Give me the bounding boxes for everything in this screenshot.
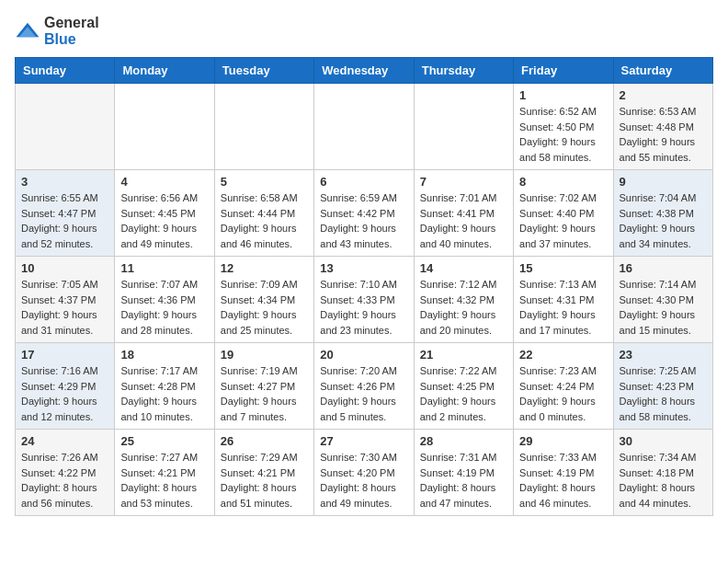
day-info: Sunrise: 7:25 AMSunset: 4:23 PMDaylight:…	[620, 363, 707, 424]
day-number: 7	[420, 175, 507, 189]
calendar-cell	[16, 84, 115, 170]
day-number: 5	[221, 175, 308, 189]
day-number: 28	[420, 434, 507, 448]
weekday-header-tuesday: Tuesday	[214, 58, 313, 84]
logo-icon	[15, 21, 40, 41]
calendar: SundayMondayTuesdayWednesdayThursdayFrid…	[15, 57, 713, 516]
calendar-cell: 8Sunrise: 7:02 AMSunset: 4:40 PMDaylight…	[514, 170, 613, 257]
weekday-header-friday: Friday	[514, 58, 613, 84]
calendar-cell: 5Sunrise: 6:58 AMSunset: 4:44 PMDaylight…	[214, 170, 313, 257]
calendar-cell: 15Sunrise: 7:13 AMSunset: 4:31 PMDayligh…	[514, 257, 613, 343]
day-info: Sunrise: 7:12 AMSunset: 4:32 PMDaylight:…	[420, 277, 507, 338]
weekday-header-thursday: Thursday	[414, 58, 513, 84]
day-info: Sunrise: 7:20 AMSunset: 4:26 PMDaylight:…	[320, 363, 407, 424]
calendar-cell	[314, 84, 414, 170]
calendar-cell: 14Sunrise: 7:12 AMSunset: 4:32 PMDayligh…	[414, 257, 513, 343]
day-number: 25	[120, 434, 208, 448]
calendar-cell: 6Sunrise: 6:59 AMSunset: 4:42 PMDaylight…	[314, 170, 414, 257]
calendar-header-row: SundayMondayTuesdayWednesdayThursdayFrid…	[16, 58, 713, 84]
calendar-cell: 13Sunrise: 7:10 AMSunset: 4:33 PMDayligh…	[314, 257, 414, 343]
day-info: Sunrise: 7:14 AMSunset: 4:30 PMDaylight:…	[620, 277, 707, 338]
day-number: 24	[21, 434, 108, 448]
calendar-cell: 3Sunrise: 6:55 AMSunset: 4:47 PMDaylight…	[16, 170, 115, 257]
calendar-cell	[214, 84, 313, 170]
calendar-cell: 4Sunrise: 6:56 AMSunset: 4:45 PMDaylight…	[115, 170, 214, 257]
day-info: Sunrise: 6:52 AMSunset: 4:50 PMDaylight:…	[519, 104, 607, 165]
day-number: 22	[519, 348, 607, 362]
calendar-cell: 10Sunrise: 7:05 AMSunset: 4:37 PMDayligh…	[16, 257, 115, 343]
day-number: 13	[320, 261, 407, 275]
day-number: 19	[221, 348, 308, 362]
day-info: Sunrise: 7:10 AMSunset: 4:33 PMDaylight:…	[320, 277, 407, 338]
day-number: 10	[21, 261, 108, 275]
day-info: Sunrise: 6:55 AMSunset: 4:47 PMDaylight:…	[21, 190, 108, 251]
day-info: Sunrise: 7:26 AMSunset: 4:22 PMDaylight:…	[21, 450, 108, 511]
day-number: 30	[620, 434, 707, 448]
day-info: Sunrise: 7:13 AMSunset: 4:31 PMDaylight:…	[519, 277, 607, 338]
day-number: 20	[320, 348, 407, 362]
day-number: 3	[21, 175, 108, 189]
day-number: 16	[620, 261, 707, 275]
calendar-week-5: 24Sunrise: 7:26 AMSunset: 4:22 PMDayligh…	[16, 430, 713, 516]
weekday-header-wednesday: Wednesday	[314, 58, 414, 84]
calendar-cell: 16Sunrise: 7:14 AMSunset: 4:30 PMDayligh…	[613, 257, 712, 343]
day-info: Sunrise: 7:02 AMSunset: 4:40 PMDaylight:…	[519, 190, 607, 251]
day-info: Sunrise: 7:29 AMSunset: 4:21 PMDaylight:…	[221, 450, 308, 511]
day-info: Sunrise: 7:19 AMSunset: 4:27 PMDaylight:…	[221, 363, 308, 424]
day-number: 21	[420, 348, 507, 362]
day-number: 9	[620, 175, 707, 189]
calendar-cell: 20Sunrise: 7:20 AMSunset: 4:26 PMDayligh…	[314, 343, 414, 430]
calendar-cell: 11Sunrise: 7:07 AMSunset: 4:36 PMDayligh…	[115, 257, 214, 343]
calendar-cell: 2Sunrise: 6:53 AMSunset: 4:48 PMDaylight…	[613, 84, 712, 170]
logo: General Blue	[15, 15, 99, 48]
day-number: 26	[221, 434, 308, 448]
day-number: 2	[620, 88, 707, 102]
calendar-cell: 26Sunrise: 7:29 AMSunset: 4:21 PMDayligh…	[214, 430, 313, 516]
day-info: Sunrise: 6:58 AMSunset: 4:44 PMDaylight:…	[221, 190, 308, 251]
calendar-cell: 28Sunrise: 7:31 AMSunset: 4:19 PMDayligh…	[414, 430, 513, 516]
calendar-cell: 19Sunrise: 7:19 AMSunset: 4:27 PMDayligh…	[214, 343, 313, 430]
day-info: Sunrise: 7:27 AMSunset: 4:21 PMDaylight:…	[120, 450, 208, 511]
calendar-cell: 29Sunrise: 7:33 AMSunset: 4:19 PMDayligh…	[514, 430, 613, 516]
day-info: Sunrise: 6:53 AMSunset: 4:48 PMDaylight:…	[620, 104, 707, 165]
day-number: 27	[320, 434, 407, 448]
calendar-cell: 27Sunrise: 7:30 AMSunset: 4:20 PMDayligh…	[314, 430, 414, 516]
day-number: 8	[519, 175, 607, 189]
weekday-header-sunday: Sunday	[16, 58, 115, 84]
day-info: Sunrise: 7:33 AMSunset: 4:19 PMDaylight:…	[519, 450, 607, 511]
day-info: Sunrise: 7:01 AMSunset: 4:41 PMDaylight:…	[420, 190, 507, 251]
day-info: Sunrise: 7:07 AMSunset: 4:36 PMDaylight:…	[120, 277, 208, 338]
calendar-cell: 7Sunrise: 7:01 AMSunset: 4:41 PMDaylight…	[414, 170, 513, 257]
header: General Blue	[15, 15, 713, 48]
weekday-header-saturday: Saturday	[613, 58, 712, 84]
calendar-cell: 1Sunrise: 6:52 AMSunset: 4:50 PMDaylight…	[514, 84, 613, 170]
day-info: Sunrise: 7:23 AMSunset: 4:24 PMDaylight:…	[519, 363, 607, 424]
day-info: Sunrise: 7:05 AMSunset: 4:37 PMDaylight:…	[21, 277, 108, 338]
day-number: 23	[620, 348, 707, 362]
calendar-cell: 24Sunrise: 7:26 AMSunset: 4:22 PMDayligh…	[16, 430, 115, 516]
day-number: 11	[120, 261, 208, 275]
day-info: Sunrise: 7:17 AMSunset: 4:28 PMDaylight:…	[120, 363, 208, 424]
calendar-cell: 9Sunrise: 7:04 AMSunset: 4:38 PMDaylight…	[613, 170, 712, 257]
calendar-cell: 30Sunrise: 7:34 AMSunset: 4:18 PMDayligh…	[613, 430, 712, 516]
day-info: Sunrise: 7:04 AMSunset: 4:38 PMDaylight:…	[620, 190, 707, 251]
calendar-week-1: 1Sunrise: 6:52 AMSunset: 4:50 PMDaylight…	[16, 84, 713, 170]
calendar-cell: 23Sunrise: 7:25 AMSunset: 4:23 PMDayligh…	[613, 343, 712, 430]
calendar-week-2: 3Sunrise: 6:55 AMSunset: 4:47 PMDaylight…	[16, 170, 713, 257]
calendar-cell	[414, 84, 513, 170]
weekday-header-monday: Monday	[115, 58, 214, 84]
calendar-week-4: 17Sunrise: 7:16 AMSunset: 4:29 PMDayligh…	[16, 343, 713, 430]
day-number: 14	[420, 261, 507, 275]
day-info: Sunrise: 7:16 AMSunset: 4:29 PMDaylight:…	[21, 363, 108, 424]
day-number: 1	[519, 88, 607, 102]
logo-general-text: General	[44, 15, 99, 30]
day-number: 6	[320, 175, 407, 189]
day-number: 15	[519, 261, 607, 275]
calendar-cell: 21Sunrise: 7:22 AMSunset: 4:25 PMDayligh…	[414, 343, 513, 430]
day-info: Sunrise: 7:31 AMSunset: 4:19 PMDaylight:…	[420, 450, 507, 511]
calendar-cell: 12Sunrise: 7:09 AMSunset: 4:34 PMDayligh…	[214, 257, 313, 343]
calendar-week-3: 10Sunrise: 7:05 AMSunset: 4:37 PMDayligh…	[16, 257, 713, 343]
day-number: 17	[21, 348, 108, 362]
calendar-cell: 18Sunrise: 7:17 AMSunset: 4:28 PMDayligh…	[115, 343, 214, 430]
day-info: Sunrise: 7:34 AMSunset: 4:18 PMDaylight:…	[620, 450, 707, 511]
